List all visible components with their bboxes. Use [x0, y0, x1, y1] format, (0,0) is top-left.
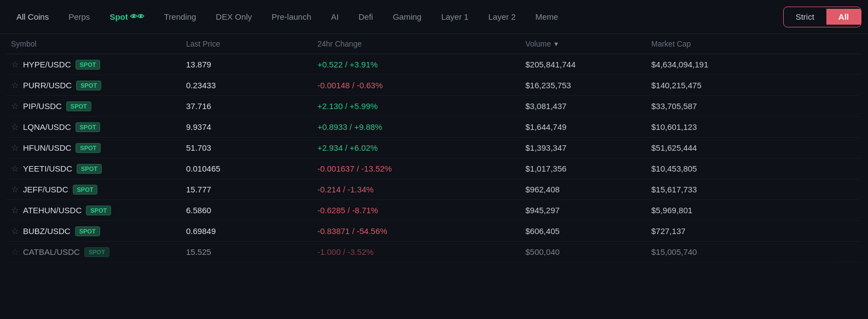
symbol-cell: ☆ PURR/USDC SPOT [11, 80, 186, 90]
price-cell: 9.9374 [186, 122, 317, 132]
change-cell: -0.00148 / -0.63% [317, 81, 525, 90]
spot-badge: SPOT [86, 206, 111, 215]
strict-button[interactable]: Strict [784, 9, 826, 25]
change-cell: +0.8933 / +9.88% [317, 122, 525, 132]
table-row[interactable]: ☆ HYPE/USDC SPOT 13.879 +0.522 / +3.91% … [7, 54, 861, 75]
volume-cell: $500,040 [525, 247, 651, 257]
favorite-star-icon[interactable]: ☆ [11, 184, 19, 195]
price-cell: 0.23433 [186, 81, 317, 90]
spot-badge: SPOT [73, 185, 98, 195]
favorite-star-icon[interactable]: ☆ [11, 143, 19, 153]
header-last-price: Last Price [186, 39, 317, 48]
symbol-name: YEETI/USDC [23, 164, 72, 173]
change-cell: -1.000 / -3.52% [317, 247, 525, 257]
volume-cell: $1,393,347 [525, 143, 651, 152]
favorite-star-icon[interactable]: ☆ [11, 247, 19, 257]
marketcap-cell: $33,705,587 [651, 101, 857, 111]
marketcap-cell: $727,137 [651, 226, 857, 236]
symbol-cell: ☆ HYPE/USDC SPOT [11, 59, 186, 70]
table-row[interactable]: ☆ HFUN/USDC SPOT 51.703 +2.934 / +6.02% … [7, 138, 861, 158]
favorite-star-icon[interactable]: ☆ [11, 163, 19, 174]
table-row[interactable]: ☆ LQNA/USDC SPOT 9.9374 +0.8933 / +9.88%… [7, 117, 861, 138]
price-cell: 13.879 [186, 60, 317, 69]
market-table: Symbol Last Price 24hr Change Volume ▼ M… [0, 34, 868, 263]
table-row[interactable]: ☆ BUBZ/USDC SPOT 0.69849 -0.83871 / -54.… [7, 221, 861, 242]
favorite-star-icon[interactable]: ☆ [11, 205, 19, 215]
change-cell: +2.130 / +5.99% [317, 101, 525, 111]
table-row[interactable]: ☆ CATBAL/USDC SPOT 15.525 -1.000 / -3.52… [7, 242, 861, 263]
symbol-cell: ☆ ATEHUN/USDC SPOT [11, 205, 186, 215]
sort-volume-icon: ▼ [553, 41, 559, 47]
header-symbol: Symbol [11, 39, 186, 48]
spot-badge: SPOT [76, 122, 101, 132]
marketcap-cell: $15,617,733 [651, 185, 857, 194]
symbol-cell: ☆ CATBAL/USDC SPOT [11, 247, 186, 257]
nav-item-meme[interactable]: Meme [525, 8, 568, 26]
price-cell: 0.69849 [186, 226, 317, 236]
nav-item-defi[interactable]: Defi [349, 8, 383, 26]
symbol-cell: ☆ BUBZ/USDC SPOT [11, 226, 186, 236]
all-button[interactable]: All [826, 9, 861, 25]
change-cell: +2.934 / +6.02% [317, 143, 525, 152]
spot-badge: SPOT [76, 60, 101, 70]
table-row[interactable]: ☆ JEFF/USDC SPOT 15.777 -0.214 / -1.34% … [7, 179, 861, 200]
nav-item-dex-only[interactable]: DEX Only [206, 8, 262, 26]
spot-eye-icon: 👁👁 [130, 13, 144, 21]
symbol-name: JEFF/USDC [23, 185, 68, 194]
marketcap-cell: $10,453,805 [651, 164, 857, 173]
change-cell: -0.6285 / -8.71% [317, 206, 525, 215]
header-24hr-change: 24hr Change [317, 39, 525, 48]
symbol-name: PURR/USDC [23, 81, 72, 90]
nav-item-all-coins[interactable]: All Coins [7, 8, 59, 26]
favorite-star-icon[interactable]: ☆ [11, 226, 19, 236]
table-row[interactable]: ☆ PURR/USDC SPOT 0.23433 -0.00148 / -0.6… [7, 75, 861, 96]
header-volume[interactable]: Volume ▼ [525, 39, 651, 48]
spot-badge: SPOT [76, 81, 101, 90]
nav-item-perps[interactable]: Perps [59, 8, 100, 26]
top-navigation: All Coins Perps Spot 👁👁 Trending DEX Onl… [0, 0, 868, 34]
symbol-name: ATEHUN/USDC [23, 206, 82, 215]
nav-item-layer2[interactable]: Layer 2 [478, 8, 525, 26]
volume-cell: $1,017,356 [525, 164, 651, 173]
nav-item-layer1[interactable]: Layer 1 [431, 8, 478, 26]
change-cell: -0.83871 / -54.56% [317, 226, 525, 236]
symbol-name: HYPE/USDC [23, 60, 71, 69]
marketcap-cell: $51,625,444 [651, 143, 857, 152]
symbol-name: CATBAL/USDC [23, 247, 80, 257]
volume-cell: $945,297 [525, 206, 651, 215]
favorite-star-icon[interactable]: ☆ [11, 59, 19, 70]
favorite-star-icon[interactable]: ☆ [11, 122, 19, 132]
price-cell: 51.703 [186, 143, 317, 152]
strict-all-toggle: Strict All [783, 7, 861, 27]
favorite-star-icon[interactable]: ☆ [11, 80, 19, 90]
table-row[interactable]: ☆ ATEHUN/USDC SPOT 6.5860 -0.6285 / -8.7… [7, 200, 861, 221]
price-cell: 37.716 [186, 101, 317, 111]
volume-cell: $205,841,744 [525, 60, 651, 69]
volume-cell: $16,235,753 [525, 81, 651, 90]
volume-cell: $1,644,749 [525, 122, 651, 132]
symbol-name: LQNA/USDC [23, 122, 71, 132]
nav-item-spot[interactable]: Spot 👁👁 [100, 8, 154, 26]
table-row[interactable]: ☆ YEETI/USDC SPOT 0.010465 -0.001637 / -… [7, 158, 861, 179]
symbol-cell: ☆ YEETI/USDC SPOT [11, 163, 186, 174]
favorite-star-icon[interactable]: ☆ [11, 101, 19, 111]
nav-item-gaming[interactable]: Gaming [383, 8, 432, 26]
symbol-cell: ☆ JEFF/USDC SPOT [11, 184, 186, 195]
marketcap-cell: $4,634,094,191 [651, 60, 857, 69]
change-cell: -0.214 / -1.34% [317, 185, 525, 194]
table-row[interactable]: ☆ PIP/USDC SPOT 37.716 +2.130 / +5.99% $… [7, 96, 861, 117]
marketcap-cell: $10,601,123 [651, 122, 857, 132]
marketcap-cell: $15,005,740 [651, 247, 857, 257]
symbol-name: BUBZ/USDC [23, 226, 71, 236]
change-cell: -0.001637 / -13.52% [317, 164, 525, 173]
spot-badge: SPOT [66, 101, 91, 111]
header-market-cap: Market Cap [651, 39, 857, 48]
nav-item-pre-launch[interactable]: Pre-launch [262, 8, 321, 26]
spot-badge: SPOT [84, 247, 109, 257]
nav-item-ai[interactable]: AI [321, 8, 349, 26]
price-cell: 0.010465 [186, 164, 317, 173]
price-cell: 6.5860 [186, 206, 317, 215]
volume-cell: $3,081,437 [525, 101, 651, 111]
nav-item-trending[interactable]: Trending [154, 8, 206, 26]
spot-label: Spot [109, 12, 128, 21]
